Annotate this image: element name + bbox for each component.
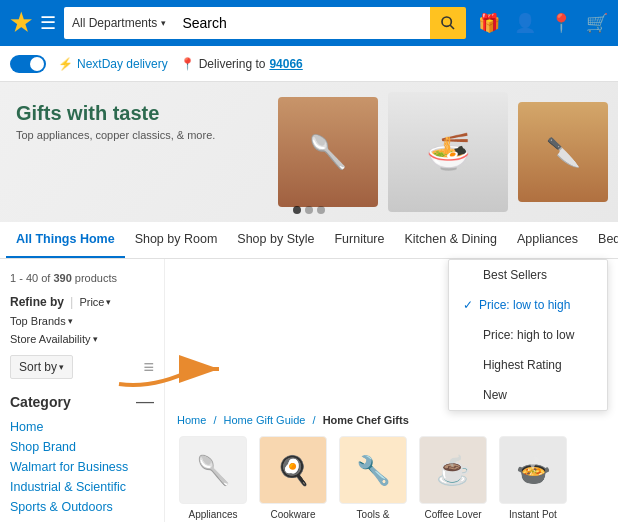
gift-img-cookware: 🍳	[259, 436, 327, 504]
gift-icon[interactable]: 🎁	[478, 12, 500, 34]
nextday-label: ⚡ NextDay delivery	[58, 57, 168, 71]
sidebar-item-walmart-business[interactable]: Walmart for Business	[10, 460, 154, 474]
gift-item-appliances[interactable]: 🥄 Appliances	[177, 436, 249, 522]
sort-best-sellers[interactable]: Best Sellers	[449, 260, 607, 290]
header-icons: 🎁 👤 📍 🛒	[478, 12, 608, 34]
hero-images: 🥄 🍜 🔪	[278, 82, 618, 222]
sort-new[interactable]: New	[449, 380, 607, 410]
gift-label-tools: Tools & Gadgets	[337, 508, 409, 522]
account-icon[interactable]: 👤	[514, 12, 536, 34]
tab-appliances[interactable]: Appliances	[507, 222, 588, 258]
sub-header: ⚡ NextDay delivery 📍 Delivering to 94066	[0, 46, 618, 82]
sidebar-item-industrial[interactable]: Industrial & Scientific	[10, 480, 154, 494]
breadcrumb-home[interactable]: Home	[177, 414, 206, 426]
search-button[interactable]	[430, 7, 466, 39]
tab-shop-by-style[interactable]: Shop by Style	[227, 222, 324, 258]
sort-highest-rating[interactable]: Highest Rating	[449, 350, 607, 380]
breadcrumb-sep-1: /	[213, 414, 216, 426]
refine-label: Refine by	[10, 295, 64, 309]
hero-dot-2[interactable]	[305, 206, 313, 214]
store-availability-filter-btn[interactable]: Store Availability ▾	[10, 333, 98, 345]
gift-label-coffee: Coffee Lover	[424, 508, 481, 521]
location-pin-icon: 📍	[180, 57, 195, 71]
gift-img-appliances: 🥄	[179, 436, 247, 504]
breadcrumb: Home / Home Gift Guide / Home Chef Gifts	[177, 414, 606, 426]
sort-price-low-high[interactable]: ✓ Price: low to high	[449, 290, 607, 320]
sort-dropdown: Best Sellers ✓ Price: low to high Price:…	[448, 259, 608, 411]
walmart-logo: ★	[10, 9, 32, 37]
category-section: Category — Home Shop Brand Walmart for B…	[10, 391, 154, 514]
location-icon[interactable]: 📍	[550, 12, 572, 34]
main-content: 1 - 40 of 390 products Refine by | Price…	[0, 259, 618, 522]
refine-bar: Refine by | Price ▾ Top Brands ▾ Store A…	[10, 294, 154, 345]
breadcrumb-sep-2: /	[313, 414, 316, 426]
sort-price-high-low[interactable]: Price: high to low	[449, 320, 607, 350]
header: ★ ☰ All Departments ▾ 🎁 👤 📍 🛒	[0, 0, 618, 46]
hero-image-2: 🍜	[388, 92, 508, 212]
gift-item-tools[interactable]: 🔧 Tools & Gadgets	[337, 436, 409, 522]
hero-image-3: 🔪	[518, 102, 608, 202]
zip-code[interactable]: 94066	[269, 57, 302, 71]
hero-banner: Gifts with taste Top appliances, copper …	[0, 82, 618, 222]
tab-kitchen-dining[interactable]: Kitchen & Dining	[394, 222, 506, 258]
gift-img-instant-pot: 🍲	[499, 436, 567, 504]
sort-by-btn[interactable]: Sort by ▾	[10, 355, 73, 379]
cart-icon[interactable]: 🛒	[586, 12, 608, 34]
dept-chevron-icon: ▾	[161, 18, 166, 28]
tab-all-things-home[interactable]: All Things Home	[6, 222, 125, 258]
gift-grid: 🥄 Appliances 🍳 Cookware 🔧 Tools & Gadget…	[177, 436, 606, 522]
tab-bed-bath[interactable]: Bed & Bath	[588, 222, 618, 258]
sidebar-item-home[interactable]: Home	[10, 420, 154, 434]
search-bar: All Departments ▾	[64, 7, 466, 39]
hero-dot-3[interactable]	[317, 206, 325, 214]
sidebar-item-sports[interactable]: Sports & Outdoors	[10, 500, 154, 514]
category-title: Category	[10, 394, 71, 410]
gift-item-instant-pot[interactable]: 🍲 Instant Pot	[497, 436, 569, 522]
hero-subtitle: Top appliances, copper classics, & more.	[16, 129, 215, 141]
breadcrumb-gift-guide[interactable]: Home Gift Guide	[224, 414, 306, 426]
hero-title: Gifts with taste	[16, 102, 215, 125]
nextday-icon: ⚡	[58, 57, 73, 71]
sidebar-item-shop-brand[interactable]: Shop Brand	[10, 440, 154, 454]
svg-point-0	[442, 17, 451, 26]
toggle-knob	[30, 57, 44, 71]
hero-dots	[293, 206, 325, 214]
sort-selected-icon: ✓	[463, 298, 473, 312]
breadcrumb-chef-gifts: Home Chef Gifts	[323, 414, 409, 426]
gift-img-coffee: ☕	[419, 436, 487, 504]
product-count: 1 - 40 of 390 products	[10, 271, 154, 286]
gift-img-tools: 🔧	[339, 436, 407, 504]
gift-item-cookware[interactable]: 🍳 Cookware	[257, 436, 329, 522]
gift-label-cookware: Cookware	[270, 508, 315, 521]
gift-label-appliances: Appliances	[189, 508, 238, 521]
sidebar: 1 - 40 of 390 products Refine by | Price…	[0, 259, 165, 522]
gift-label-instant-pot: Instant Pot	[509, 508, 557, 521]
nextday-toggle[interactable]	[10, 55, 46, 73]
hamburger-icon[interactable]: ☰	[40, 12, 56, 34]
hero-text: Gifts with taste Top appliances, copper …	[16, 102, 215, 141]
gift-item-coffee[interactable]: ☕ Coffee Lover	[417, 436, 489, 522]
sort-arrow	[114, 344, 234, 397]
delivery-location: 📍 Delivering to 94066	[180, 57, 303, 71]
department-select[interactable]: All Departments ▾	[64, 7, 174, 39]
tab-furniture[interactable]: Furniture	[324, 222, 394, 258]
tab-shop-by-room[interactable]: Shop by Room	[125, 222, 228, 258]
refine-divider: |	[70, 294, 73, 309]
top-brands-filter-btn[interactable]: Top Brands ▾	[10, 315, 73, 327]
search-input[interactable]	[174, 7, 430, 39]
nav-tabs: All Things Home Shop by Room Shop by Sty…	[0, 222, 618, 259]
hero-image-1: 🥄	[278, 97, 378, 207]
hero-dot-1[interactable]	[293, 206, 301, 214]
svg-line-1	[450, 25, 454, 29]
price-filter-btn[interactable]: Price ▾	[79, 296, 111, 308]
